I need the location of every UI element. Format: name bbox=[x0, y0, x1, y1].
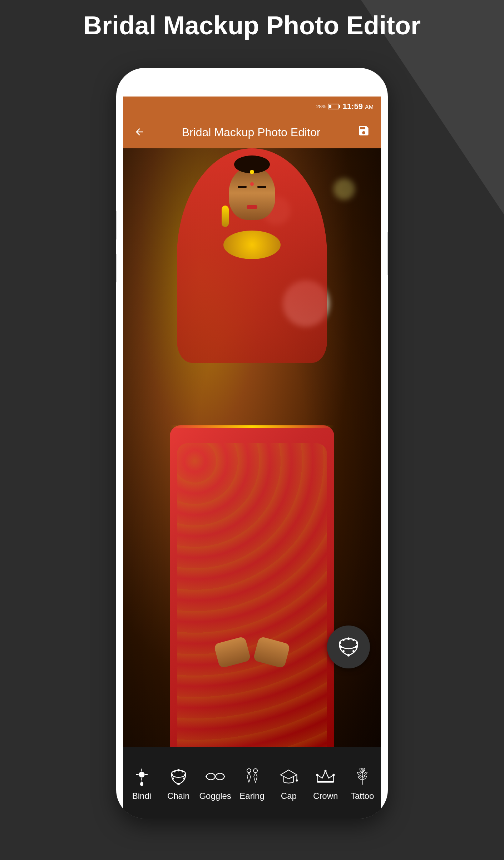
tattoo-label: Tattoo bbox=[351, 791, 374, 801]
cap-icon bbox=[277, 765, 300, 788]
app-toolbar: Bridal Mackup Photo Editor bbox=[123, 116, 381, 148]
bindi-label: Bindi bbox=[132, 791, 151, 801]
svg-point-0 bbox=[339, 639, 357, 649]
crown-icon bbox=[314, 765, 337, 788]
phone-screen: 28% 11:59 AM Bridal Mackup Photo Editor bbox=[123, 97, 381, 819]
svg-point-38 bbox=[333, 774, 335, 776]
volume-up-button bbox=[116, 211, 117, 239]
phone-frame: 28% 11:59 AM Bridal Mackup Photo Editor bbox=[116, 68, 388, 819]
bride-body bbox=[170, 425, 334, 747]
svg-point-26 bbox=[216, 773, 224, 780]
nav-item-chain[interactable]: Chain bbox=[160, 765, 197, 801]
battery-icon bbox=[328, 104, 339, 109]
crown-label: Crown bbox=[313, 791, 338, 801]
svg-point-10 bbox=[347, 654, 350, 657]
svg-marker-32 bbox=[281, 770, 297, 779]
svg-point-36 bbox=[325, 770, 327, 772]
svg-point-37 bbox=[316, 774, 318, 776]
chain-icon bbox=[167, 765, 190, 788]
svg-point-23 bbox=[183, 777, 184, 779]
nav-item-cap[interactable]: Cap bbox=[270, 765, 307, 801]
necklace-fab-button[interactable] bbox=[327, 626, 370, 668]
svg-point-9 bbox=[352, 650, 355, 652]
svg-point-6 bbox=[340, 646, 342, 648]
svg-point-8 bbox=[342, 650, 345, 652]
svg-point-24 bbox=[178, 783, 180, 785]
svg-point-17 bbox=[178, 769, 180, 771]
chain-label: Chain bbox=[167, 791, 190, 801]
nav-item-bindi[interactable]: Bindi bbox=[123, 765, 160, 801]
bride-head bbox=[229, 166, 275, 220]
svg-point-25 bbox=[206, 773, 215, 780]
svg-point-11 bbox=[139, 772, 144, 777]
nav-item-goggles[interactable]: Goggles bbox=[197, 765, 234, 801]
battery-fill bbox=[329, 105, 332, 108]
svg-point-5 bbox=[356, 642, 358, 644]
toolbar-title: Bridal Mackup Photo Editor bbox=[182, 126, 321, 139]
nav-item-earing[interactable]: Earing bbox=[234, 765, 271, 801]
svg-point-1 bbox=[347, 637, 350, 640]
svg-point-20 bbox=[171, 773, 172, 775]
svg-point-7 bbox=[355, 646, 357, 648]
nav-item-crown[interactable]: Crown bbox=[307, 765, 344, 801]
bindi-icon bbox=[130, 765, 153, 788]
battery-indicator: 28% bbox=[316, 104, 339, 109]
svg-point-19 bbox=[182, 771, 183, 772]
bride-hands bbox=[216, 640, 288, 668]
svg-point-22 bbox=[172, 777, 174, 779]
goggles-label: Goggles bbox=[199, 791, 231, 801]
nav-item-tattoo[interactable]: Tattoo bbox=[344, 765, 381, 801]
back-button[interactable] bbox=[134, 124, 145, 140]
status-bar: 28% 11:59 AM bbox=[123, 97, 381, 116]
save-button[interactable] bbox=[357, 124, 370, 140]
earing-label: Earing bbox=[239, 791, 264, 801]
bottom-navigation: Bindi bbox=[123, 747, 381, 819]
photo-area bbox=[123, 148, 381, 747]
necklace-icon bbox=[336, 634, 361, 659]
volume-down-button bbox=[116, 254, 117, 282]
svg-point-3 bbox=[352, 639, 355, 641]
svg-point-2 bbox=[342, 639, 345, 641]
tattoo-icon bbox=[351, 765, 374, 788]
goggles-icon bbox=[204, 765, 227, 788]
svg-point-21 bbox=[184, 773, 186, 775]
status-time: 11:59 AM bbox=[343, 102, 374, 111]
svg-point-4 bbox=[339, 642, 341, 644]
earing-icon bbox=[241, 765, 264, 788]
bride-earring-left bbox=[222, 206, 229, 227]
page-title: Bridal Mackup Photo Editor bbox=[0, 11, 504, 40]
power-button bbox=[387, 232, 388, 275]
svg-point-18 bbox=[174, 771, 175, 772]
bride-necklace bbox=[223, 231, 281, 259]
battery-percent: 28% bbox=[316, 104, 326, 109]
svg-point-34 bbox=[296, 779, 298, 781]
cap-label: Cap bbox=[281, 791, 297, 801]
